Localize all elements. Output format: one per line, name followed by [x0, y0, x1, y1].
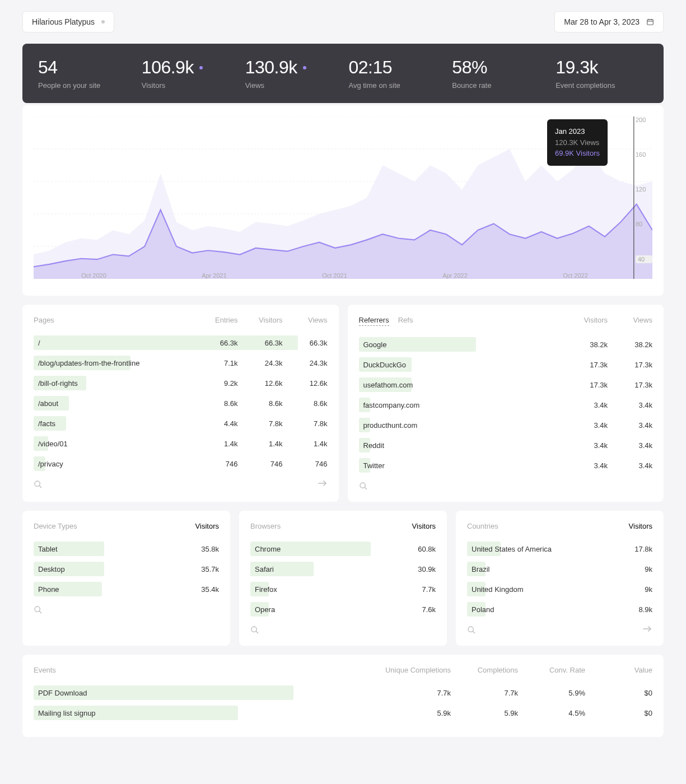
arrow-right-icon[interactable] — [318, 480, 328, 487]
col-header: Visitors — [408, 522, 436, 530]
table-row[interactable]: Phone35.4k — [34, 582, 219, 596]
date-range-label: Mar 28 to Apr 3, 2023 — [564, 17, 640, 26]
stat-item[interactable]: 54People on your site — [38, 57, 130, 90]
table-row[interactable]: Reddit3.4k3.4k — [359, 438, 653, 452]
browsers-panel: BrowsersVisitors Chrome60.8kSafari30.9kF… — [239, 511, 447, 646]
cell-value: 746 — [300, 460, 328, 468]
svg-point-19 — [468, 627, 473, 632]
col-header: Visitors — [624, 522, 652, 530]
table-row[interactable]: United Kingdom9k — [467, 582, 652, 596]
table-row[interactable]: /about8.6k8.6k8.6k — [34, 396, 328, 410]
chart-tooltip: Jan 2023 120.3K Views 69.9K Visitors — [547, 119, 608, 166]
stat-value: 02:15 — [348, 57, 441, 78]
tooltip-visitors: 69.9K Visitors — [555, 148, 600, 159]
date-range-selector[interactable]: Mar 28 to Apr 3, 2023 — [554, 11, 664, 32]
row-label: /about — [34, 399, 58, 408]
cell-value: 1.4k — [210, 440, 238, 448]
svg-line-11 — [39, 486, 41, 488]
cell-value: 60.8k — [408, 545, 436, 553]
cell-value: 7.1k — [210, 359, 238, 367]
table-row[interactable]: PDF Download7.7k7.7k5.9%$0 — [34, 685, 652, 700]
cell-value: 9k — [624, 585, 652, 594]
table-row[interactable]: Twitter3.4k3.4k — [359, 458, 653, 473]
svg-line-18 — [256, 631, 258, 633]
table-row[interactable]: Opera7.6k — [250, 602, 436, 617]
row-label: Chrome — [250, 545, 281, 553]
col-header: Visitors — [255, 316, 283, 324]
table-row[interactable]: United States of America17.8k — [467, 542, 652, 556]
table-row[interactable]: Google38.2k38.2k — [359, 337, 653, 352]
search-icon[interactable] — [359, 482, 368, 491]
stat-item[interactable]: 130.9kViews — [245, 57, 338, 90]
stat-label: Avg time on site — [348, 81, 441, 90]
table-row[interactable]: Brazil9k — [467, 562, 652, 576]
search-icon[interactable] — [250, 626, 259, 634]
table-row[interactable]: Desktop35.7k — [34, 562, 219, 576]
search-icon[interactable] — [34, 605, 43, 614]
cell-value: 38.2k — [580, 340, 608, 349]
search-icon[interactable] — [34, 480, 43, 489]
site-name: Hilarious Platypus — [32, 17, 95, 26]
tab-referrers[interactable]: Referrers — [359, 316, 389, 326]
top-bar: Hilarious Platypus Mar 28 to Apr 3, 2023 — [22, 11, 664, 32]
table-row[interactable]: producthunt.com3.4k3.4k — [359, 418, 653, 432]
row-label: Reddit — [359, 441, 385, 450]
table-row[interactable]: /facts4.4k7.8k7.8k — [34, 416, 328, 431]
table-row[interactable]: DuckDuckGo17.3k17.3k — [359, 357, 653, 372]
stat-item[interactable]: 19.3kEvent completions — [556, 57, 648, 90]
indicator-dot-icon — [199, 66, 203, 69]
countries-panel: CountriesVisitors United States of Ameri… — [456, 511, 664, 646]
site-selector[interactable]: Hilarious Platypus — [22, 11, 114, 32]
table-row[interactable]: Chrome60.8k — [250, 542, 436, 556]
cell-value: 5.9k — [400, 709, 451, 717]
cell-value: 17.8k — [624, 545, 652, 553]
table-row[interactable]: /66.3k66.3k66.3k — [34, 335, 328, 350]
cell-value: 66.3k — [300, 339, 328, 347]
table-row[interactable]: /privacy746746746 — [34, 456, 328, 471]
tab-refs[interactable]: Refs — [398, 316, 413, 326]
table-row[interactable]: Poland8.9k — [467, 602, 652, 617]
row-label: usefathom.com — [359, 381, 413, 389]
table-row[interactable]: fastcompany.com3.4k3.4k — [359, 398, 653, 412]
table-row[interactable]: Tablet35.8k — [34, 542, 219, 556]
svg-line-16 — [39, 611, 41, 613]
table-row[interactable]: usefathom.com17.3k17.3k — [359, 377, 653, 392]
cell-value: 4.5% — [535, 709, 585, 717]
cell-value: 7.7k — [408, 585, 436, 594]
stat-item[interactable]: 02:15Avg time on site — [348, 57, 441, 90]
panel-title: Device Types — [34, 522, 77, 530]
col-header: Value — [602, 666, 652, 674]
arrow-right-icon[interactable] — [642, 626, 652, 632]
panel-title: Browsers — [250, 522, 281, 530]
cell-value: 5.9k — [468, 709, 518, 717]
y-tick: 80 — [636, 221, 652, 227]
row-label: United Kingdom — [467, 585, 524, 594]
col-header: Visitors — [191, 522, 219, 530]
panel-title: Events — [34, 666, 56, 674]
svg-point-17 — [251, 627, 256, 632]
table-row[interactable]: /blog/updates-from-the-frontline7.1k24.3… — [34, 356, 328, 370]
table-row[interactable]: /bill-of-rights9.2k12.6k12.6k — [34, 376, 328, 390]
search-icon[interactable] — [467, 626, 476, 634]
cell-value: 35.8k — [191, 545, 219, 553]
svg-line-20 — [473, 631, 475, 633]
table-row[interactable]: Firefox7.7k — [250, 582, 436, 596]
table-row[interactable]: /video/011.4k1.4k1.4k — [34, 436, 328, 451]
stat-item[interactable]: 106.9kVisitors — [142, 57, 234, 90]
col-header: Conv. Rate — [535, 666, 585, 674]
row-label: Safari — [250, 565, 274, 573]
pages-title: Pages — [34, 316, 54, 324]
events-panel: Events Unique CompletionsCompletionsConv… — [22, 655, 664, 737]
calendar-icon — [646, 18, 654, 26]
cell-value: 3.4k — [624, 421, 652, 430]
stat-label: Visitors — [142, 81, 234, 90]
stat-item[interactable]: 58%Bounce rate — [452, 57, 544, 90]
main-chart-card: 2001601208040 Oct 2020Apr 2021Oct 2021Ap… — [22, 105, 664, 296]
row-label: Google — [359, 340, 387, 349]
table-row[interactable]: Safari30.9k — [250, 562, 436, 576]
cell-value: 1.4k — [255, 440, 283, 448]
cell-value: 9.2k — [210, 379, 238, 388]
table-row[interactable]: Mailing list signup5.9k5.9k4.5%$0 — [34, 706, 652, 720]
row-label: Brazil — [467, 565, 490, 573]
x-tick: Apr 2022 — [442, 272, 468, 279]
